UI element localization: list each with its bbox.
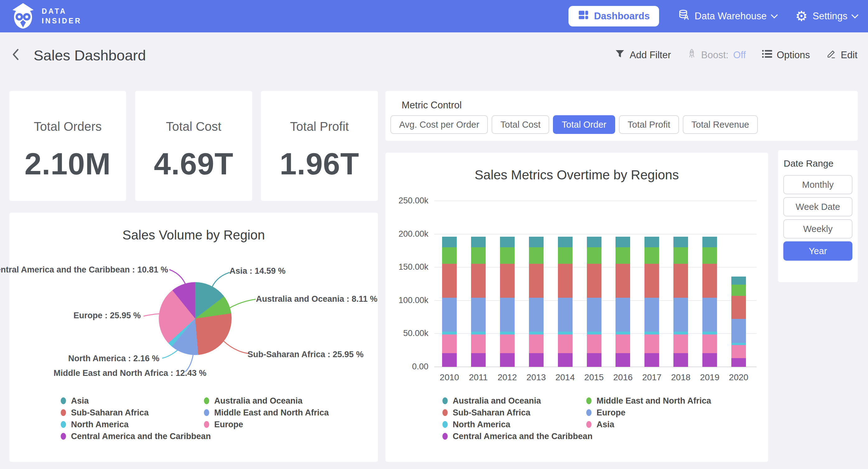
legend-item-central-america-and-the-caribbean[interactable]: Central America and the Caribbean <box>61 430 204 442</box>
bar-2014-europe[interactable] <box>558 298 572 332</box>
bar-2010-middle-east-and-north-africa[interactable] <box>442 247 457 264</box>
bar-2017-north-america[interactable] <box>645 332 659 334</box>
bar-2018-asia[interactable] <box>674 334 688 353</box>
bar-2018-middle-east-and-north-africa[interactable] <box>674 247 688 264</box>
bar-2018-australia-and-oceania[interactable] <box>674 237 688 247</box>
bar-2017-australia-and-oceania[interactable] <box>645 237 659 247</box>
bar-2015-europe[interactable] <box>587 298 601 332</box>
bar-2020-sub-saharan-africa[interactable] <box>731 296 746 319</box>
bar-2019-central-america-and-the-caribbean[interactable] <box>702 353 717 367</box>
bar-2013-asia[interactable] <box>529 334 544 353</box>
bar-2019-asia[interactable] <box>702 334 717 353</box>
brand[interactable]: DATA INSIDER <box>10 2 82 31</box>
bar-2014-sub-saharan-africa[interactable] <box>558 264 572 298</box>
bar-2019-north-america[interactable] <box>702 332 717 334</box>
date-range-option-year[interactable]: Year <box>783 241 852 261</box>
bar-2011-asia[interactable] <box>471 334 486 353</box>
nav-item-data-warehouse[interactable]: Data Warehouse <box>678 9 776 23</box>
bar-2016-central-america-and-the-caribbean[interactable] <box>616 353 630 367</box>
bar-2010-sub-saharan-africa[interactable] <box>442 264 457 298</box>
legend-item-europe[interactable]: Europe <box>586 407 730 418</box>
legend-item-europe[interactable]: Europe <box>204 418 347 430</box>
bar-2012-australia-and-oceania[interactable] <box>500 237 515 247</box>
bar-2013-australia-and-oceania[interactable] <box>529 237 544 247</box>
bar-2012-asia[interactable] <box>500 334 515 353</box>
bar-2012-north-america[interactable] <box>500 332 515 334</box>
bar-2020-north-america[interactable] <box>731 343 746 345</box>
bar-2016-north-america[interactable] <box>616 332 630 334</box>
date-range-option-weekly[interactable]: Weekly <box>783 219 852 239</box>
date-range-option-monthly[interactable]: Monthly <box>783 175 852 194</box>
bar-2020-europe[interactable] <box>731 319 746 343</box>
metric-option-avg-cost-per-order[interactable]: Avg. Cost per Order <box>391 115 488 134</box>
pie-chart[interactable] <box>159 282 231 355</box>
legend-item-middle-east-and-north-africa[interactable]: Middle East and North Africa <box>586 395 730 407</box>
bar-2018-sub-saharan-africa[interactable] <box>674 264 688 298</box>
metric-option-total-order[interactable]: Total Order <box>553 115 615 134</box>
bar-2018-central-america-and-the-caribbean[interactable] <box>674 353 688 367</box>
bar-2016-middle-east-and-north-africa[interactable] <box>616 247 630 264</box>
bar-2013-europe[interactable] <box>529 298 544 332</box>
bar-2019-europe[interactable] <box>702 298 717 332</box>
bar-2013-sub-saharan-africa[interactable] <box>529 264 544 298</box>
metric-option-total-cost[interactable]: Total Cost <box>492 115 549 134</box>
bar-2014-australia-and-oceania[interactable] <box>558 237 572 247</box>
legend-item-central-america-and-the-caribbean[interactable]: Central America and the Caribbean <box>442 430 586 442</box>
bar-2011-sub-saharan-africa[interactable] <box>471 264 486 298</box>
boost-toggle[interactable]: Boost: Off <box>687 48 746 62</box>
bar-2015-middle-east-and-north-africa[interactable] <box>587 247 601 264</box>
bar-2010-europe[interactable] <box>442 298 457 332</box>
edit-button[interactable]: Edit <box>826 49 858 61</box>
bar-2014-central-america-and-the-caribbean[interactable] <box>558 353 572 367</box>
bar-2018-north-america[interactable] <box>674 332 688 334</box>
bar-2010-australia-and-oceania[interactable] <box>442 237 457 247</box>
back-button[interactable] <box>10 48 22 62</box>
bar-2015-australia-and-oceania[interactable] <box>587 237 601 247</box>
nav-item-dashboards[interactable]: Dashboards <box>568 6 659 27</box>
bar-2015-asia[interactable] <box>587 334 601 353</box>
bar-2016-sub-saharan-africa[interactable] <box>616 264 630 298</box>
bar-2017-central-america-and-the-caribbean[interactable] <box>645 353 659 367</box>
bar-2013-north-america[interactable] <box>529 332 544 334</box>
bar-2012-central-america-and-the-caribbean[interactable] <box>500 353 515 367</box>
bar-2010-asia[interactable] <box>442 334 457 353</box>
bar-2013-central-america-and-the-caribbean[interactable] <box>529 353 544 367</box>
bar-2015-sub-saharan-africa[interactable] <box>587 264 601 298</box>
bar-2011-europe[interactable] <box>471 298 486 332</box>
add-filter-button[interactable]: Add Filter <box>615 49 671 61</box>
bar-2017-middle-east-and-north-africa[interactable] <box>645 247 659 264</box>
legend-item-australia-and-oceania[interactable]: Australia and Oceania <box>442 395 586 407</box>
bar-2012-europe[interactable] <box>500 298 515 332</box>
bar-2017-asia[interactable] <box>645 334 659 353</box>
bar-2017-sub-saharan-africa[interactable] <box>645 264 659 298</box>
legend-item-north-america[interactable]: North America <box>442 418 586 430</box>
bar-2019-australia-and-oceania[interactable] <box>702 237 717 247</box>
legend-item-middle-east-and-north-africa[interactable]: Middle East and North Africa <box>204 407 347 418</box>
bar-2020-middle-east-and-north-africa[interactable] <box>731 285 746 296</box>
bar-2012-middle-east-and-north-africa[interactable] <box>500 247 515 264</box>
bar-2013-middle-east-and-north-africa[interactable] <box>529 247 544 264</box>
bar-2015-central-america-and-the-caribbean[interactable] <box>587 353 601 367</box>
bar-2016-asia[interactable] <box>616 334 630 353</box>
bar-2020-central-america-and-the-caribbean[interactable] <box>731 358 746 367</box>
bar-2011-australia-and-oceania[interactable] <box>471 237 486 247</box>
bar-2019-sub-saharan-africa[interactable] <box>702 264 717 298</box>
bar-2016-australia-and-oceania[interactable] <box>616 237 630 247</box>
bar-2011-central-america-and-the-caribbean[interactable] <box>471 353 486 367</box>
metric-option-total-revenue[interactable]: Total Revenue <box>683 115 758 134</box>
legend-item-sub-saharan-africa[interactable]: Sub-Saharan Africa <box>442 407 586 418</box>
bar-2018-europe[interactable] <box>674 298 688 332</box>
bar-2011-north-america[interactable] <box>471 332 486 334</box>
legend-item-sub-saharan-africa[interactable]: Sub-Saharan Africa <box>61 407 204 418</box>
bar-2020-asia[interactable] <box>731 345 746 358</box>
legend-item-north-america[interactable]: North America <box>61 418 204 430</box>
legend-item-asia[interactable]: Asia <box>586 418 730 430</box>
bar-2014-north-america[interactable] <box>558 332 572 334</box>
bar-2016-europe[interactable] <box>616 298 630 332</box>
legend-item-asia[interactable]: Asia <box>61 395 204 407</box>
bar-2014-asia[interactable] <box>558 334 572 353</box>
metric-option-total-profit[interactable]: Total Profit <box>619 115 679 134</box>
bar-2015-north-america[interactable] <box>587 332 601 334</box>
bar-2014-middle-east-and-north-africa[interactable] <box>558 247 572 264</box>
bar-2012-sub-saharan-africa[interactable] <box>500 264 515 298</box>
